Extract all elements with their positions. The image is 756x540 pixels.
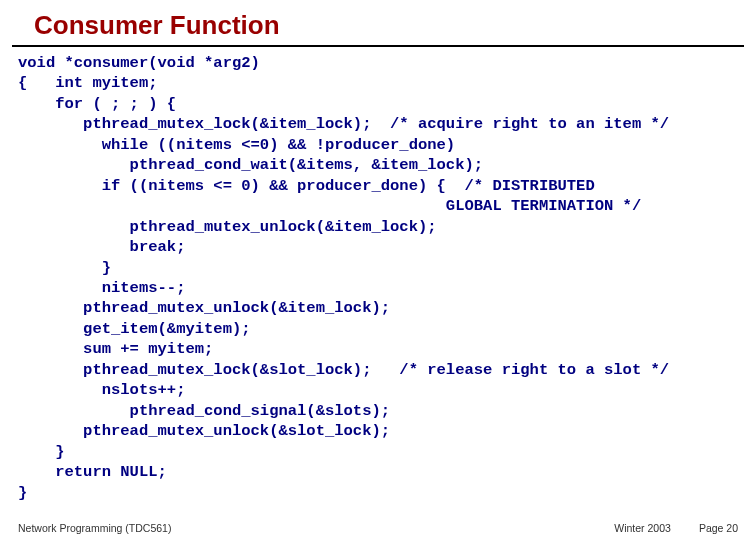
code-line: nitems--; — [18, 279, 185, 297]
code-line: pthread_mutex_lock(&item_lock); /* acqui… — [18, 115, 669, 133]
code-line: return NULL; — [18, 463, 167, 481]
code-line: break; — [18, 238, 185, 256]
footer-left: Network Programming (TDC561) — [18, 522, 171, 534]
code-line: pthread_mutex_unlock(&slot_lock); — [18, 422, 390, 440]
footer-center: Winter 2003 — [614, 522, 671, 534]
code-line: sum += myitem; — [18, 340, 213, 358]
code-line: for ( ; ; ) { — [18, 95, 176, 113]
code-line: pthread_mutex_lock(&slot_lock); /* relea… — [18, 361, 669, 379]
code-line: pthread_mutex_unlock(&item_lock); — [18, 299, 390, 317]
code-line: nslots++; — [18, 381, 185, 399]
code-line: } — [18, 484, 27, 502]
code-line: pthread_mutex_unlock(&item_lock); — [18, 218, 437, 236]
code-line: if ((nitems <= 0) && producer_done) { /*… — [18, 177, 595, 195]
slide-title: Consumer Function — [12, 0, 744, 47]
footer-right: Page 20 — [699, 522, 738, 534]
code-block: void *consumer(void *arg2) { int myitem;… — [0, 47, 756, 503]
code-line: while ((nitems <=0) && !producer_done) — [18, 136, 455, 154]
code-line: pthread_cond_signal(&slots); — [18, 402, 390, 420]
footer: Network Programming (TDC561) Winter 2003… — [0, 522, 756, 534]
code-line: { int myitem; — [18, 74, 158, 92]
code-line: GLOBAL TERMINATION */ — [18, 197, 641, 215]
code-line: pthread_cond_wait(&items, &item_lock); — [18, 156, 483, 174]
code-line: } — [18, 443, 65, 461]
code-line: get_item(&myitem); — [18, 320, 251, 338]
code-line: void *consumer(void *arg2) — [18, 54, 260, 72]
code-line: } — [18, 259, 111, 277]
